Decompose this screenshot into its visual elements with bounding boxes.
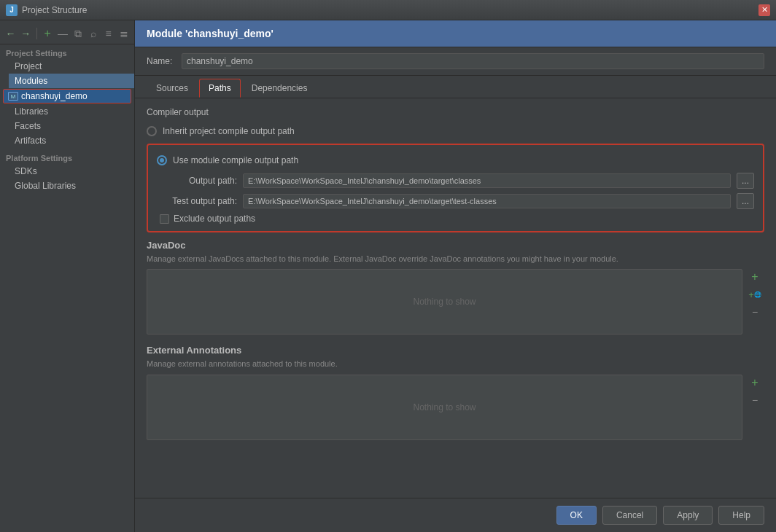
exclude-label: Exclude output paths bbox=[174, 214, 255, 224]
remove-button[interactable]: — bbox=[57, 26, 69, 41]
inherit-label: Inherit project compile output path bbox=[163, 126, 295, 136]
use-module-radio[interactable]: Use module compile output path bbox=[157, 152, 754, 168]
ext-annotations-title: External Annotations bbox=[147, 345, 764, 356]
javadoc-box: Nothing to show bbox=[147, 269, 742, 335]
search-button[interactable]: ⌕ bbox=[87, 26, 99, 41]
test-output-path-input[interactable] bbox=[243, 194, 731, 208]
sidebar-item-project[interactable]: Project bbox=[9, 59, 134, 74]
javadoc-box-wrapper: Nothing to show + +🌐 − bbox=[147, 269, 742, 335]
tab-content: Compiler output Inherit project compile … bbox=[135, 98, 776, 498]
exclude-checkbox[interactable] bbox=[160, 214, 169, 224]
tab-sources[interactable]: Sources bbox=[147, 79, 198, 98]
javadoc-add-button[interactable]: + bbox=[747, 269, 763, 285]
app-icon: J bbox=[6, 4, 18, 16]
apply-button[interactable]: Apply bbox=[663, 506, 713, 525]
javadoc-empty-label: Nothing to show bbox=[413, 297, 476, 307]
sidebar-item-artifacts[interactable]: Artifacts bbox=[9, 133, 134, 148]
filter-button[interactable]: ≡ bbox=[102, 26, 115, 41]
window-title: Project Structure bbox=[22, 5, 87, 15]
name-row: Name: bbox=[135, 47, 776, 76]
test-output-path-browse-button[interactable]: ... bbox=[737, 193, 754, 209]
forward-button[interactable]: → bbox=[20, 26, 32, 41]
exclude-row: Exclude output paths bbox=[157, 214, 754, 224]
module-compile-section: Use module compile output path Output pa… bbox=[147, 144, 764, 232]
project-label: Project bbox=[15, 61, 42, 71]
ext-add-button[interactable]: + bbox=[747, 375, 763, 391]
module-title: Module 'chanshuyi_demo' bbox=[147, 28, 273, 39]
separator bbox=[36, 28, 37, 39]
facets-label: Facets bbox=[15, 121, 41, 131]
module-header: Module 'chanshuyi_demo' bbox=[135, 20, 776, 47]
close-button[interactable]: ✕ bbox=[758, 4, 770, 16]
sidebar: ← → + — ⧉ ⌕ ≡ ≣ Project Settings Project… bbox=[0, 20, 135, 532]
main-container: ← → + — ⧉ ⌕ ≡ ≣ Project Settings Project… bbox=[0, 20, 776, 532]
javadoc-desc: Manage external JavaDocs attached to thi… bbox=[147, 254, 764, 265]
ext-annotations-box-wrapper: Nothing to show + − bbox=[147, 375, 742, 440]
ok-button[interactable]: OK bbox=[556, 506, 597, 525]
bottom-bar: OK Cancel Apply Help bbox=[135, 498, 776, 532]
output-path-label: Output path: bbox=[157, 176, 237, 186]
javadoc-section: JavaDoc Manage external JavaDocs attache… bbox=[147, 240, 764, 335]
test-output-path-row: Test output path: ... bbox=[157, 193, 754, 209]
modules-label: Modules bbox=[15, 76, 47, 86]
back-button[interactable]: ← bbox=[4, 26, 17, 41]
module-icon: M bbox=[8, 92, 18, 101]
output-path-row: Output path: ... bbox=[157, 173, 754, 189]
tab-paths[interactable]: Paths bbox=[199, 79, 241, 98]
test-output-label: Test output path: bbox=[157, 196, 237, 206]
name-input[interactable] bbox=[182, 53, 764, 69]
javadoc-remove-button[interactable]: − bbox=[747, 304, 763, 320]
sidebar-item-facets[interactable]: Facets bbox=[9, 119, 134, 133]
javadoc-title: JavaDoc bbox=[147, 240, 764, 251]
output-path-browse-button[interactable]: ... bbox=[737, 173, 754, 189]
libraries-label: Libraries bbox=[15, 106, 48, 117]
sidebar-item-libraries[interactable]: Libraries bbox=[9, 104, 134, 119]
module-name: chanshuyi_demo bbox=[21, 91, 88, 101]
title-bar: J Project Structure ✕ bbox=[0, 0, 776, 20]
inherit-radio-circle bbox=[147, 126, 157, 136]
use-module-label: Use module compile output path bbox=[173, 155, 298, 165]
project-settings-label: Project Settings bbox=[0, 47, 134, 59]
ext-annotations-box: Nothing to show bbox=[147, 375, 742, 440]
sidebar-toolbar: ← → + — ⧉ ⌕ ≡ ≣ bbox=[0, 23, 134, 44]
content-panel: Module 'chanshuyi_demo' Name: Sources Pa… bbox=[135, 20, 776, 532]
global-libraries-label: Global Libraries bbox=[15, 181, 76, 191]
compiler-output-label: Compiler output bbox=[147, 107, 764, 117]
add-button[interactable]: + bbox=[42, 26, 54, 41]
inherit-radio[interactable]: Inherit project compile output path bbox=[147, 123, 764, 139]
copy-button[interactable]: ⧉ bbox=[71, 26, 84, 41]
sidebar-item-modules[interactable]: Modules bbox=[9, 74, 134, 88]
ext-annotations-desc: Manage external annotations attached to … bbox=[147, 359, 764, 369]
javadoc-add-url-button[interactable]: +🌐 bbox=[747, 286, 763, 302]
help-button[interactable]: Help bbox=[718, 506, 764, 525]
use-module-radio-circle bbox=[157, 155, 167, 165]
javadoc-side-buttons: + +🌐 − bbox=[747, 269, 763, 320]
sidebar-item-global-libraries[interactable]: Global Libraries bbox=[9, 179, 134, 193]
output-path-input[interactable] bbox=[243, 173, 731, 188]
ext-annotations-section: External Annotations Manage external ann… bbox=[147, 345, 764, 439]
cancel-button[interactable]: Cancel bbox=[602, 506, 657, 525]
platform-settings-label: Platform Settings bbox=[0, 152, 134, 164]
tabs-bar: Sources Paths Dependencies bbox=[135, 76, 776, 98]
ext-annotations-empty-label: Nothing to show bbox=[413, 402, 476, 412]
name-label: Name: bbox=[147, 56, 176, 66]
ext-remove-button[interactable]: − bbox=[747, 392, 763, 408]
artifacts-label: Artifacts bbox=[15, 136, 46, 146]
tab-dependencies[interactable]: Dependencies bbox=[242, 79, 317, 98]
ext-side-buttons: + − bbox=[747, 375, 763, 408]
settings-button[interactable]: ≣ bbox=[117, 26, 130, 41]
sidebar-item-sdks[interactable]: SDKs bbox=[9, 164, 134, 179]
sdks-label: SDKs bbox=[15, 166, 37, 176]
sidebar-item-module-selected[interactable]: M chanshuyi_demo bbox=[3, 89, 131, 103]
